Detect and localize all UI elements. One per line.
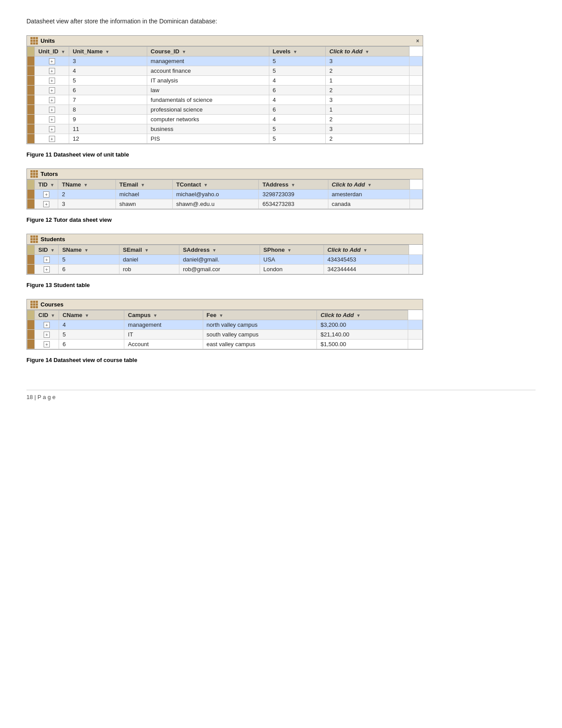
units-col-unitname[interactable]: Unit_Name ▼ <box>69 47 147 56</box>
semail-cell: daniel@gmail. <box>179 255 260 265</box>
courses-col-campus[interactable]: Campus ▼ <box>124 310 203 320</box>
click-to-add-cell <box>408 340 423 349</box>
students-col-sphone[interactable]: SPhone ▼ <box>260 245 324 255</box>
row-selector <box>27 115 35 124</box>
expand-button[interactable]: + <box>49 58 55 64</box>
table-row: + 5 daniel daniel@gmail. USA 434345453 <box>27 255 423 265</box>
units-close-btn[interactable]: × <box>416 38 419 44</box>
courses-col-fee[interactable]: Fee ▼ <box>203 310 317 320</box>
sid-cell: 6 <box>59 265 119 274</box>
units-col-clicktoadd[interactable]: Click to Add ▼ <box>326 47 409 56</box>
expand-button[interactable]: + <box>49 78 55 84</box>
saddress-cell: USA <box>260 255 324 265</box>
units-title: Units <box>41 37 55 44</box>
expand-cell: + <box>35 56 69 66</box>
units-selector-header <box>27 47 35 56</box>
table-row: + 4 management north valley campus $3,20… <box>27 320 423 330</box>
expand-button[interactable]: + <box>43 191 49 198</box>
expand-button[interactable]: + <box>49 68 55 74</box>
row-selector <box>27 76 35 86</box>
semail-cell: rob@gmail.cor <box>179 265 260 274</box>
courses-col-cid[interactable]: CID ▼ <box>35 310 59 320</box>
levels-cell: 3 <box>326 95 409 105</box>
units-titlebar: Units × <box>27 36 423 46</box>
expand-cell: + <box>35 340 59 349</box>
units-table-container: Units × Unit_ID ▼ Unit_Name ▼ Course_ID … <box>26 35 423 144</box>
table-row: + 4 account finance 5 2 <box>27 66 423 76</box>
tcontact-cell: 3298723039 <box>259 190 328 199</box>
row-selector <box>27 86 35 95</box>
tutors-col-tname[interactable]: TName ▼ <box>58 180 115 190</box>
tutors-col-tid[interactable]: TID ▼ <box>35 180 58 190</box>
tutors-data-table: TID ▼ TName ▼ TEmail ▼ TContact ▼ TAddre… <box>27 179 423 209</box>
units-col-courseid[interactable]: Course_ID ▼ <box>147 47 269 56</box>
levels-cell: 3 <box>326 124 409 134</box>
unit-name-cell: law <box>147 86 269 95</box>
expand-button[interactable]: + <box>49 97 55 103</box>
expand-button[interactable]: + <box>49 136 55 142</box>
cname-cell: Account <box>124 340 203 349</box>
expand-button[interactable]: + <box>44 322 50 328</box>
expand-cell: + <box>35 76 69 86</box>
unit-name-cell: computer networks <box>147 115 269 124</box>
units-col-unitid[interactable]: Unit_ID ▼ <box>35 47 69 56</box>
click-to-add-cell <box>409 105 423 115</box>
cid-cell: 5 <box>59 330 124 340</box>
unit-id-cell: 4 <box>69 66 147 76</box>
taddress-cell: amesterdan <box>328 190 409 199</box>
expand-button[interactable]: + <box>49 107 55 113</box>
levels-cell: 2 <box>326 66 409 76</box>
sphone-cell: 434345453 <box>324 255 409 265</box>
tutors-col-clicktoadd[interactable]: Click to Add ▼ <box>328 180 409 190</box>
table-row: + 3 management 5 3 <box>27 56 423 66</box>
students-data-table: SID ▼ SName ▼ SEmail ▼ SAddress ▼ SPhone… <box>27 245 423 274</box>
units-figure-caption: Figure 11 Datasheet view of unit table <box>26 151 536 158</box>
tutors-col-tcontact[interactable]: TContact ▼ <box>172 180 259 190</box>
cid-cell: 6 <box>59 340 124 349</box>
expand-button[interactable]: + <box>44 257 50 263</box>
students-col-saddress[interactable]: SAddress ▼ <box>179 245 260 255</box>
tutors-col-temail[interactable]: TEmail ▼ <box>115 180 172 190</box>
row-selector <box>27 340 35 349</box>
tcontact-cell: 6534273283 <box>259 199 328 209</box>
expand-button[interactable]: + <box>44 266 50 273</box>
students-col-sid[interactable]: SID ▼ <box>35 245 59 255</box>
expand-cell: + <box>35 66 69 76</box>
expand-button[interactable]: + <box>49 126 55 132</box>
table-row: + 2 michael michael@yaho.o 3298723039 am… <box>27 190 423 199</box>
units-col-levels[interactable]: Levels ▼ <box>269 47 326 56</box>
unit-id-cell: 6 <box>69 86 147 95</box>
course-id-cell: 5 <box>269 134 326 144</box>
students-col-clicktoadd[interactable]: Click to Add ▼ <box>324 245 409 255</box>
courses-title: Courses <box>41 301 63 308</box>
tutors-grid-icon <box>30 170 38 178</box>
click-to-add-cell <box>409 124 423 134</box>
expand-cell: + <box>35 115 69 124</box>
expand-button[interactable]: + <box>44 332 50 338</box>
unit-name-cell: management <box>147 56 269 66</box>
saddress-cell: London <box>260 265 324 274</box>
students-title: Students <box>41 236 65 243</box>
expand-button[interactable]: + <box>43 201 49 207</box>
tutors-col-taddress[interactable]: TAddress ▼ <box>259 180 328 190</box>
unit-name-cell: business <box>147 124 269 134</box>
fee-cell: $3,200.00 <box>317 320 408 330</box>
unit-id-cell: 7 <box>69 95 147 105</box>
expand-cell: + <box>35 86 69 95</box>
students-col-sname[interactable]: SName ▼ <box>59 245 119 255</box>
row-selector <box>27 199 35 209</box>
unit-id-cell: 12 <box>69 134 147 144</box>
courses-table-container: Courses CID ▼ CName ▼ Campus ▼ Fee ▼ Cli… <box>26 299 423 350</box>
expand-button[interactable]: + <box>49 116 55 123</box>
expand-button[interactable]: + <box>49 87 55 93</box>
campus-cell: north valley campus <box>203 320 317 330</box>
click-to-add-cell <box>409 265 423 274</box>
courses-col-cname[interactable]: CName ▼ <box>59 310 124 320</box>
table-row: + 12 PIS 5 2 <box>27 134 423 144</box>
expand-button[interactable]: + <box>44 341 50 347</box>
row-selector <box>27 255 35 265</box>
row-selector <box>27 134 35 144</box>
students-col-semail[interactable]: SEmail ▼ <box>119 245 179 255</box>
courses-col-clicktoadd[interactable]: Click to Add ▼ <box>317 310 408 320</box>
row-selector <box>27 265 35 274</box>
